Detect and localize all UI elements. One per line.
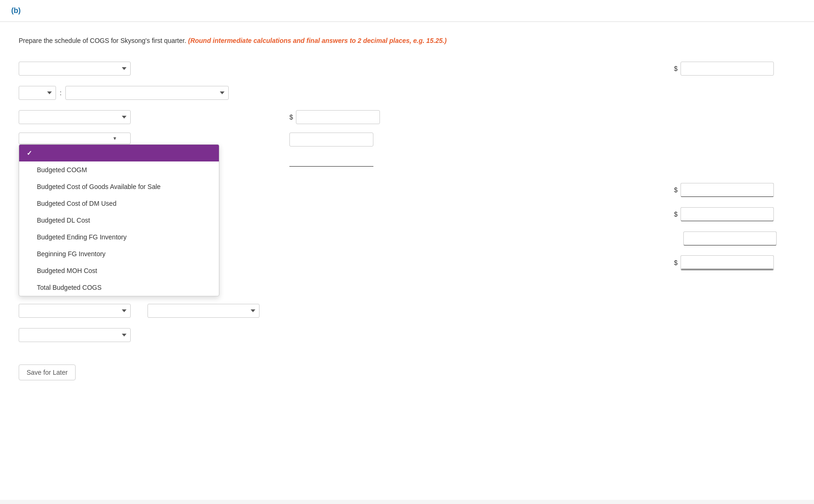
option-selected[interactable]: ✓ (19, 145, 219, 161)
option-budgeted-ending-fg[interactable]: ✓ Budgeted Ending FG Inventory (19, 229, 219, 245)
input-mid-4a[interactable] (289, 133, 373, 147)
instruction-text: Prepare the schedule of COGS for Skysong… (19, 36, 795, 46)
dollar-sign-right-3: $ (674, 186, 678, 194)
dropdown-2a[interactable] (19, 86, 56, 100)
dropdown-4-open[interactable]: ▼ (19, 133, 131, 144)
dollar-sign-right-1: $ (674, 65, 678, 72)
option-budgeted-cost-goods[interactable]: ✓ Budgeted Cost of Goods Available for S… (19, 178, 219, 195)
dropdown-5[interactable] (19, 304, 131, 318)
colon: : (60, 89, 62, 97)
option-budgeted-dl-cost[interactable]: ✓ Budgeted DL Cost (19, 212, 219, 229)
dropdown-6[interactable] (19, 328, 131, 342)
dropdown-options-list: ✓ ✓ Budgeted COGM ✓ Budgeted Cost of Goo… (19, 144, 219, 296)
dropdown-1[interactable] (19, 62, 131, 76)
input-mid-3[interactable] (296, 110, 380, 124)
dropdown-2b[interactable] (65, 86, 229, 100)
page-header: (b) (0, 0, 814, 22)
header-label: (b) (11, 7, 21, 14)
option-budgeted-cogm[interactable]: ✓ Budgeted COGM (19, 161, 219, 178)
input-right-5[interactable] (683, 231, 777, 245)
dollar-sign-right-4: $ (674, 210, 678, 218)
dropdown-5b[interactable] (147, 304, 260, 318)
input-mid-4b[interactable] (289, 153, 373, 167)
instruction-highlight: (Round intermediate calculations and fin… (188, 37, 447, 44)
dollar-sign-mid-3: $ (289, 113, 293, 121)
option-budgeted-cost-dm[interactable]: ✓ Budgeted Cost of DM Used (19, 195, 219, 212)
option-total-budgeted-cogs[interactable]: ✓ Total Budgeted COGS (19, 279, 219, 296)
option-beginning-fg[interactable]: ✓ Beginning FG Inventory (19, 245, 219, 262)
dropdown-3[interactable] (19, 110, 131, 124)
save-for-later-button[interactable]: Save for Later (19, 364, 76, 380)
input-right-6[interactable] (681, 255, 774, 270)
input-right-1[interactable] (681, 62, 774, 76)
option-budgeted-moh[interactable]: ✓ Budgeted MOH Cost (19, 262, 219, 279)
dollar-sign-right-6: $ (674, 259, 678, 266)
input-right-3[interactable] (681, 183, 774, 197)
input-right-4[interactable] (681, 207, 774, 221)
